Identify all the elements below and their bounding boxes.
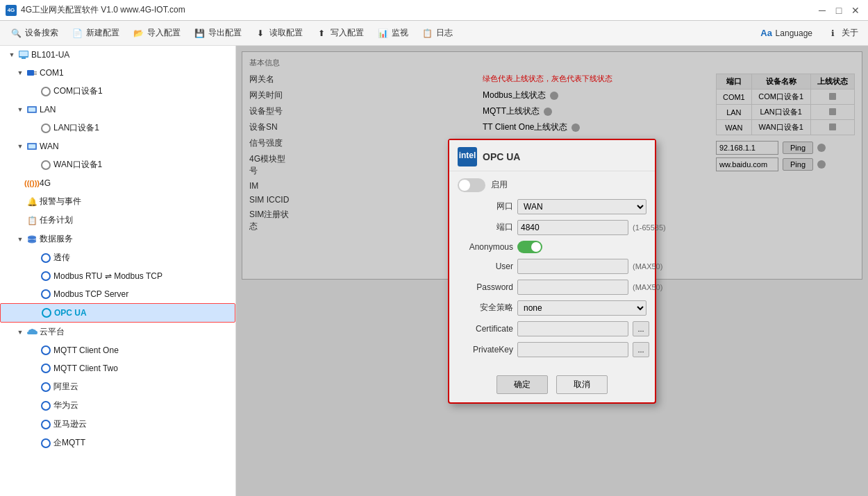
mqtt-one-label: MQTT Client One [53, 345, 119, 355]
wan-device-expand [30, 161, 38, 169]
sidebar-item-amazon[interactable]: 亚马逊云 [0, 415, 235, 434]
sidebar: ▼ BL101-UA ▼ [0, 46, 236, 496]
privatekey-label: PrivateKey [458, 345, 513, 354]
minimize-button[interactable]: ─ [815, 3, 829, 17]
sidebar-item-task[interactable]: 📋 任务计划 [0, 211, 235, 230]
more-icon [40, 438, 51, 449]
read-config-button[interactable]: ⬇ 读取配置 [249, 25, 308, 42]
svg-point-24 [42, 402, 50, 410]
lan-expand-icon[interactable]: ▼ [16, 105, 24, 114]
confirm-button[interactable]: 确定 [496, 375, 548, 394]
export-config-button[interactable]: 💾 导出配置 [187, 25, 247, 42]
data-service-expand-icon[interactable]: ▼ [16, 235, 24, 243]
svg-point-22 [42, 364, 50, 373]
import-config-button[interactable]: 📂 导入配置 [126, 25, 186, 42]
password-label: Password [458, 282, 513, 292]
sidebar-item-mqtt-two[interactable]: MQTT Client Two [0, 359, 235, 377]
dialog-header: intel OPC UA [449, 140, 655, 171]
dialog-body: 启用 网口 WAN LAN 端口 (1-65535) [449, 171, 655, 370]
amazon-icon [40, 419, 51, 430]
alarm-label: 报警与事件 [40, 196, 81, 207]
com1-expand-icon[interactable]: ▼ [16, 69, 24, 77]
sidebar-item-modbus-tcp[interactable]: Modbus TCP Server [0, 285, 235, 303]
port-row: 端口 (1-65535) [458, 220, 646, 235]
wan-icon [26, 141, 37, 152]
svg-rect-12 [28, 144, 35, 148]
dialog-title: OPC UA [483, 151, 520, 162]
device-search-button[interactable]: 🔍 设备搜索 [4, 25, 64, 42]
sidebar-item-cloud[interactable]: ▼ 云平台 [0, 323, 235, 341]
com1-label: COM1 [40, 68, 64, 78]
language-button[interactable]: Aa Language [755, 25, 818, 42]
sidebar-item-alarm[interactable]: 🔔 报警与事件 [0, 192, 235, 211]
cancel-button[interactable]: 取消 [556, 375, 608, 394]
user-label: User [458, 262, 513, 271]
svg-rect-1 [22, 58, 26, 59]
network-select[interactable]: WAN LAN [517, 199, 646, 214]
sidebar-item-modbus-rtu[interactable]: Modbus RTU ⇌ Modbus TCP [0, 267, 235, 285]
toolbar: 🔍 设备搜索 📄 新建配置 📂 导入配置 💾 导出配置 ⬇ 读取配置 ⬆ 写入配… [0, 21, 868, 46]
task-label: 任务计划 [40, 214, 73, 226]
privatekey-row: PrivateKey ... [458, 342, 646, 357]
import-icon: 📂 [132, 27, 144, 40]
security-row: 安全策略 none Basic128Rsa15 Basic256 Basic25… [458, 300, 646, 316]
about-button[interactable]: ℹ 关于 [821, 25, 864, 42]
cloud-expand-icon[interactable]: ▼ [16, 328, 24, 336]
write-config-button[interactable]: ⬆ 写入配置 [310, 25, 369, 42]
sidebar-item-root[interactable]: ▼ BL101-UA [0, 46, 235, 64]
sidebar-item-transparent[interactable]: 透传 [0, 248, 235, 267]
port-input[interactable] [517, 220, 628, 235]
pc-icon [18, 49, 29, 60]
mqtt-one-icon [40, 345, 51, 356]
sidebar-item-lan-device1[interactable]: LAN口设备1 [0, 119, 235, 137]
anonymous-label: Anonymous [458, 242, 513, 252]
security-label: 安全策略 [458, 302, 513, 314]
anonymous-toggle[interactable] [517, 241, 542, 253]
sidebar-item-more[interactable]: 企MQTT [0, 434, 235, 452]
sidebar-item-com-device1[interactable]: COM口设备1 [0, 82, 235, 101]
expand-icon[interactable]: ▼ [8, 51, 16, 59]
sidebar-item-com1[interactable]: ▼ COM1 [0, 64, 235, 82]
sidebar-item-aliyun[interactable]: 阿里云 [0, 377, 235, 396]
wan-expand-icon[interactable]: ▼ [16, 142, 24, 151]
cloud-icon [26, 327, 37, 338]
enable-toggle[interactable] [458, 178, 485, 192]
aliyun-icon [40, 382, 51, 393]
mqtt-one-expand [30, 346, 38, 354]
privatekey-input[interactable] [517, 342, 628, 357]
aliyun-label: 阿里云 [53, 381, 78, 393]
sidebar-item-wan[interactable]: ▼ WAN [0, 137, 235, 155]
certificate-input[interactable] [517, 321, 628, 336]
svg-rect-3 [27, 70, 34, 76]
monitor-button[interactable]: 📊 监视 [371, 25, 414, 42]
enable-row: 启用 [458, 178, 646, 192]
transparent-label: 透传 [53, 252, 70, 264]
certificate-browse-button[interactable]: ... [633, 321, 649, 336]
modbus-tcp-label: Modbus TCP Server [53, 289, 128, 299]
title-bar: 4G 4G工业网关配置软件 V1.0 www.4G-IOT.com ─ □ ✕ [0, 0, 868, 21]
security-select[interactable]: none Basic128Rsa15 Basic256 Basic256Sha2… [517, 300, 646, 316]
sidebar-item-huawei[interactable]: 华为云 [0, 396, 235, 415]
user-input[interactable] [517, 259, 628, 274]
new-config-button[interactable]: 📄 新建配置 [65, 25, 125, 42]
sidebar-item-lan[interactable]: ▼ LAN [0, 101, 235, 119]
sidebar-item-opc-ua[interactable]: OPC UA [0, 303, 235, 323]
task-expand [16, 216, 24, 225]
maximize-button[interactable]: □ [832, 3, 846, 17]
privatekey-browse-button[interactable]: ... [633, 342, 649, 357]
sidebar-item-mqtt-one[interactable]: MQTT Client One [0, 341, 235, 359]
password-input[interactable] [517, 280, 628, 295]
sidebar-item-data-service[interactable]: ▼ 数据服务 [0, 230, 235, 248]
close-button[interactable]: ✕ [849, 3, 862, 17]
svg-rect-9 [28, 108, 35, 112]
port-label: 端口 [458, 221, 513, 233]
mqtt-two-icon [40, 363, 51, 374]
sidebar-item-4g[interactable]: ((())) 4G [0, 174, 235, 192]
sidebar-item-wan-device1[interactable]: WAN口设备1 [0, 155, 235, 174]
port-hint: (1-65535) [633, 223, 666, 232]
svg-rect-2 [19, 51, 28, 56]
app-icon: 4G [6, 5, 17, 16]
log-button[interactable]: 📋 日志 [415, 25, 458, 42]
com-icon [26, 67, 37, 78]
opc-ua-icon [41, 307, 52, 318]
